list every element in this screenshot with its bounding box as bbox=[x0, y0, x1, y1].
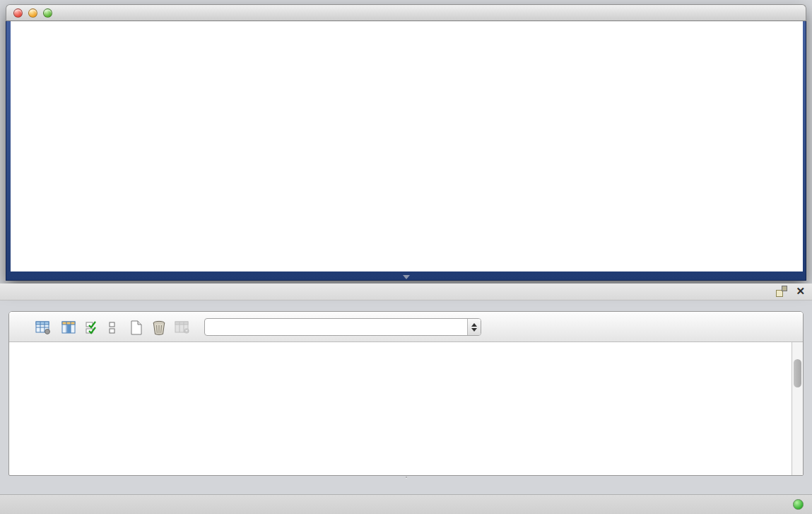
table-settings-icon bbox=[35, 321, 51, 334]
table-panel-header: ✕ bbox=[0, 284, 812, 300]
row-options-button[interactable] bbox=[102, 317, 122, 337]
table-settings-button[interactable] bbox=[33, 317, 53, 337]
delete-button[interactable] bbox=[149, 317, 169, 337]
memory-status-led[interactable] bbox=[793, 499, 804, 510]
network-frame bbox=[6, 21, 806, 281]
column-chooser-icon bbox=[61, 321, 77, 334]
new-document-icon bbox=[130, 320, 143, 335]
trash-icon bbox=[152, 320, 166, 335]
select-rows-icon bbox=[86, 321, 100, 334]
network-canvas[interactable] bbox=[11, 21, 803, 271]
scrollbar-thumb[interactable] bbox=[794, 359, 801, 387]
column-chooser-button[interactable] bbox=[59, 317, 79, 337]
close-panel-icon[interactable]: ✕ bbox=[796, 286, 805, 297]
network-view-window bbox=[6, 4, 806, 281]
close-window-button[interactable] bbox=[13, 8, 23, 18]
window-titlebar[interactable] bbox=[6, 4, 806, 21]
delete-table-button[interactable] bbox=[172, 317, 192, 337]
table-toolbar bbox=[9, 312, 803, 342]
float-panel-icon[interactable] bbox=[776, 286, 787, 297]
split-pane-grip[interactable] bbox=[403, 275, 410, 279]
row-options-icon bbox=[108, 321, 117, 334]
zoom-window-button[interactable] bbox=[43, 8, 52, 18]
status-bar bbox=[0, 494, 812, 514]
minimize-window-button[interactable] bbox=[28, 8, 37, 18]
table-scrollbar[interactable] bbox=[792, 342, 803, 475]
select-rows-button[interactable] bbox=[83, 317, 102, 337]
new-document-button[interactable] bbox=[126, 317, 146, 337]
delete-table-icon bbox=[175, 321, 190, 334]
network-selector-dropdown[interactable] bbox=[204, 318, 481, 336]
table-mode-tabs bbox=[0, 477, 812, 478]
dropdown-stepper-icon bbox=[467, 319, 481, 335]
table-panel-body bbox=[8, 311, 804, 476]
